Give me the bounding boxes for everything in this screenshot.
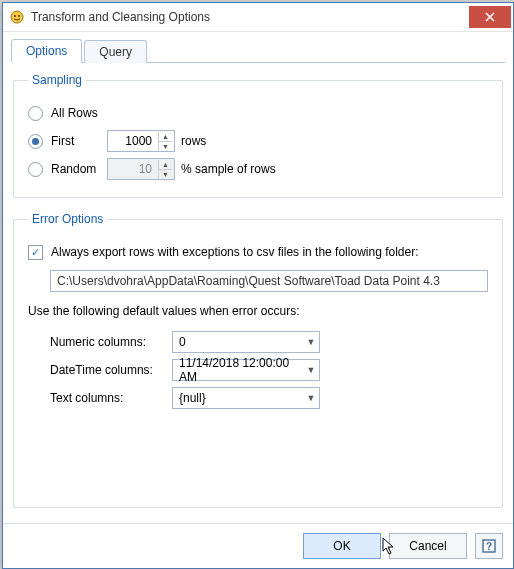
- sampling-legend: Sampling: [28, 73, 86, 87]
- radio-random[interactable]: [28, 162, 43, 177]
- radio-all-rows[interactable]: [28, 106, 43, 121]
- dialog-footer: OK Cancel ?: [3, 523, 513, 568]
- export-folder-input[interactable]: [50, 270, 488, 292]
- ok-button[interactable]: OK: [303, 533, 381, 559]
- random-spin-up[interactable]: ▲: [158, 160, 172, 169]
- sampling-group: Sampling All Rows First 1000 ▲ ▼: [13, 73, 503, 198]
- options-panel: Sampling All Rows First 1000 ▲ ▼: [11, 73, 505, 523]
- sampling-all-rows-row: All Rows: [28, 99, 488, 127]
- datetime-combo[interactable]: 11/14/2018 12:00:00 AM ▼: [172, 359, 320, 381]
- chevron-down-icon: ▼: [303, 393, 319, 403]
- numeric-combo[interactable]: 0 ▼: [172, 331, 320, 353]
- first-unit-label: rows: [181, 134, 206, 148]
- radio-first-label: First: [51, 134, 101, 148]
- random-unit-label: % sample of rows: [181, 162, 276, 176]
- tab-options[interactable]: Options: [11, 39, 82, 63]
- tab-query[interactable]: Query: [84, 40, 147, 63]
- first-spin-up[interactable]: ▲: [158, 132, 172, 141]
- random-spin-down[interactable]: ▼: [158, 169, 172, 179]
- svg-point-2: [18, 15, 20, 17]
- sampling-first-row: First 1000 ▲ ▼ rows: [28, 127, 488, 155]
- tab-strip: Options Query: [11, 38, 505, 63]
- export-check-label: Always export rows with exceptions to cs…: [51, 245, 419, 259]
- datetime-row: DateTime columns: 11/14/2018 12:00:00 AM…: [28, 356, 488, 384]
- export-checkbox[interactable]: [28, 245, 43, 260]
- help-button[interactable]: ?: [475, 533, 503, 559]
- random-spinner: ▲ ▼: [158, 160, 172, 179]
- first-spin-down[interactable]: ▼: [158, 141, 172, 151]
- numeric-label: Numeric columns:: [50, 335, 172, 349]
- numeric-row: Numeric columns: 0 ▼: [28, 328, 488, 356]
- help-icon: ?: [482, 539, 496, 553]
- app-icon: [9, 9, 25, 25]
- svg-text:?: ?: [486, 541, 492, 552]
- first-spinner: ▲ ▼: [158, 132, 172, 151]
- radio-random-label: Random: [51, 162, 101, 176]
- first-count-value: 1000: [108, 134, 154, 148]
- defaults-intro-label: Use the following default values when er…: [28, 304, 488, 318]
- svg-point-0: [11, 11, 23, 23]
- text-value: {null}: [179, 391, 303, 405]
- title-bar: Transform and Cleansing Options: [3, 3, 513, 32]
- svg-point-1: [14, 15, 16, 17]
- text-col-label: Text columns:: [50, 391, 172, 405]
- datetime-value: 11/14/2018 12:00:00 AM: [179, 356, 303, 384]
- radio-first[interactable]: [28, 134, 43, 149]
- numeric-value: 0: [179, 335, 303, 349]
- random-percent-input[interactable]: 10 ▲ ▼: [107, 158, 175, 180]
- close-button[interactable]: [469, 6, 511, 28]
- radio-all-rows-label: All Rows: [51, 106, 98, 120]
- chevron-down-icon: ▼: [303, 365, 319, 375]
- datetime-label: DateTime columns:: [50, 363, 172, 377]
- chevron-down-icon: ▼: [303, 337, 319, 347]
- sampling-random-row: Random 10 ▲ ▼ % sample of rows: [28, 155, 488, 183]
- folder-row: [28, 266, 488, 304]
- export-check-row: Always export rows with exceptions to cs…: [28, 238, 488, 266]
- error-options-legend: Error Options: [28, 212, 107, 226]
- cancel-button-label: Cancel: [409, 539, 446, 553]
- random-percent-value: 10: [108, 162, 154, 176]
- content-area: Options Query Sampling All Rows First 10…: [3, 32, 513, 523]
- text-combo[interactable]: {null} ▼: [172, 387, 320, 409]
- ok-button-label: OK: [333, 539, 350, 553]
- cancel-button[interactable]: Cancel: [389, 533, 467, 559]
- window-title: Transform and Cleansing Options: [31, 10, 469, 24]
- dialog-window: Transform and Cleansing Options Options …: [2, 2, 514, 569]
- text-row: Text columns: {null} ▼: [28, 384, 488, 412]
- first-count-input[interactable]: 1000 ▲ ▼: [107, 130, 175, 152]
- error-options-group: Error Options Always export rows with ex…: [13, 212, 503, 508]
